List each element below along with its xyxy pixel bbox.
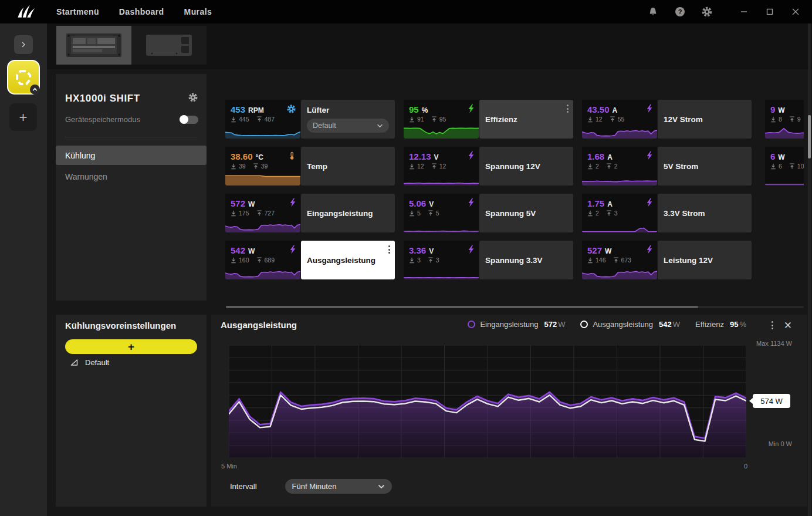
sensor-graph-tile[interactable]: 9W89: [765, 100, 804, 139]
sensor-label-tile-l-fter[interactable]: LüfterDefault: [301, 100, 395, 139]
legend-value: 572: [544, 320, 557, 329]
tile-group-l-fter: 453RPM445487LüfterDefault: [225, 100, 395, 139]
sensor-label-tile-spannung-3-3v[interactable]: Spannung 3.3V: [479, 241, 573, 279]
chevron-down-icon: [377, 124, 383, 128]
menu-item-kuehlung[interactable]: Kühlung: [56, 146, 207, 165]
sensor-graph-tile[interactable]: 572W175727: [225, 194, 300, 232]
bell-icon[interactable]: [647, 5, 659, 18]
sensor-graph-tile[interactable]: 453RPM445487: [225, 100, 300, 139]
interval-dropdown[interactable]: Fünf Minuten: [285, 479, 392, 494]
sensor-graph-tile[interactable]: 38.60°C3939: [225, 147, 300, 186]
window-scrollbar-thumb[interactable]: [808, 115, 811, 158]
sensor-graph-tile[interactable]: 12.13V1212: [404, 147, 479, 186]
sensor-graph-tile[interactable]: 1.75A23: [582, 194, 657, 232]
sensor-unit: V: [434, 153, 439, 161]
sensor-graph-tile[interactable]: 5.06V55: [404, 194, 479, 232]
sensor-unit: V: [429, 247, 434, 255]
sensor-graph-tile[interactable]: 6W610: [765, 147, 804, 186]
min-icon: [409, 163, 415, 170]
legend-effizienz[interactable]: Effizienz 95%: [695, 320, 746, 329]
sensor-graph-tile[interactable]: 542W160689: [225, 241, 300, 279]
sensor-graph-tile[interactable]: 1.68A22: [582, 147, 657, 186]
sensor-label-tile-temp[interactable]: Temp: [301, 147, 395, 186]
sensor-max: 39: [261, 163, 268, 170]
min-icon: [770, 116, 776, 123]
sensor-label-tile-12v-strom[interactable]: 12V Strom: [658, 100, 752, 139]
tile-menu-kebab-icon[interactable]: [567, 104, 569, 113]
chart-close-icon[interactable]: ✕: [784, 319, 792, 332]
menu-item-warnungen[interactable]: Warnungen: [56, 167, 207, 186]
sensor-label-tile-5v-strom[interactable]: 5V Strom: [658, 147, 752, 186]
legend-label: Ausgangsleistung: [593, 320, 653, 329]
close-button[interactable]: [790, 6, 801, 18]
sensor-graph-tile[interactable]: 3.36V33: [404, 241, 479, 279]
preset-item-default[interactable]: Default: [70, 358, 109, 367]
sensor-label-tile-ausgangsleistung[interactable]: Ausgangsleistung: [301, 241, 395, 279]
sensor-label-tile-leistung-12v[interactable]: Leistung 12V: [658, 241, 752, 279]
sensor-graph-tile[interactable]: 43.50A1255: [582, 100, 657, 139]
help-icon[interactable]: ?: [674, 5, 686, 18]
device-tab-psu-side[interactable]: [131, 26, 207, 65]
sensor-min: 12: [417, 163, 424, 170]
sparkline: [225, 267, 300, 279]
sensor-label-tile-eingangsleistung[interactable]: Eingangsleistung: [301, 194, 395, 232]
add-device-button[interactable]: +: [9, 103, 37, 131]
sensor-unit: W: [248, 247, 255, 255]
nav-startmenu[interactable]: Startmenü: [56, 7, 99, 16]
lightning-bolt-icon: [467, 104, 475, 113]
hexagon-icon: [13, 68, 33, 87]
psu-rear-thumbnail: [64, 31, 124, 59]
tile-grid-scrollbar-thumb[interactable]: [226, 306, 698, 308]
min-icon: [231, 116, 236, 123]
nav-murals[interactable]: Murals: [184, 7, 212, 16]
sensor-max: 5: [436, 210, 439, 217]
device-rail: +: [0, 23, 47, 516]
tile-group-effizienz: 95%9195Effizienz: [404, 100, 573, 139]
chart-menu-kebab-icon[interactable]: [772, 321, 773, 329]
sensor-label-tile-3-3v-strom[interactable]: 3.3V Strom: [658, 194, 752, 232]
fan-mode-dropdown[interactable]: Default: [307, 119, 389, 133]
device-tab-psu-rear[interactable]: [56, 26, 131, 65]
sparkline: [225, 220, 300, 232]
sensor-label-tile-effizienz[interactable]: Effizienz: [479, 100, 573, 139]
tile-menu-kebab-icon[interactable]: [388, 245, 390, 254]
sensor-label-tile-spannung-5v[interactable]: Spannung 5V: [479, 194, 573, 232]
psu-device-button[interactable]: [7, 60, 40, 95]
memory-mode-toggle[interactable]: [180, 116, 198, 124]
minimize-button[interactable]: [738, 6, 750, 18]
sparkline: [765, 126, 804, 139]
sparkline: [582, 173, 657, 186]
sensor-label-tile-spannung-12v[interactable]: Spannung 12V: [479, 147, 573, 186]
cooling-presets-title: Kühlungsvoreinstellungen: [65, 321, 176, 330]
legend-ausgangsleistung[interactable]: Ausgangsleistung 542W: [580, 320, 680, 329]
corsair-logo-icon: [15, 3, 36, 21]
device-settings-gear-icon[interactable]: [188, 92, 198, 105]
device-panel: HX1000i SHIFT Gerätespeichermodus Kühlun…: [56, 74, 207, 301]
sparkline: [765, 173, 804, 186]
svg-text:?: ?: [678, 8, 682, 15]
legend-eingangsleistung[interactable]: Eingangsleistung 572W: [468, 320, 565, 329]
sensor-graph-tile[interactable]: 95%9195: [404, 100, 479, 139]
sensor-min: 146: [596, 257, 606, 264]
sensor-label: Spannung 5V: [485, 209, 536, 218]
nav-dashboard[interactable]: Dashboard: [119, 7, 164, 16]
lightning-bolt-icon: [645, 198, 653, 207]
sensor-graph-tile[interactable]: 527W146673: [582, 241, 657, 279]
sensor-unit: W: [248, 200, 255, 208]
gear-icon[interactable]: [701, 5, 713, 18]
x-axis-left-label: 5 Min: [221, 463, 237, 470]
min-icon: [587, 210, 593, 217]
maximize-button[interactable]: [764, 6, 776, 18]
sensor-value: 38.60: [231, 151, 253, 161]
sensor-min: 39: [239, 163, 246, 170]
max-icon: [610, 116, 615, 123]
sparkline: [404, 126, 479, 139]
add-preset-button[interactable]: +: [65, 339, 197, 354]
power-chart-plot[interactable]: [229, 345, 746, 458]
psu-side-thumbnail: [144, 32, 194, 59]
rail-expand-button[interactable]: [14, 35, 33, 54]
cooling-presets-panel: Kühlungsvoreinstellungen + Default: [56, 315, 207, 507]
sparkline: [582, 220, 657, 232]
sensor-value: 43.50: [587, 104, 610, 114]
sensor-unit: A: [613, 106, 618, 114]
